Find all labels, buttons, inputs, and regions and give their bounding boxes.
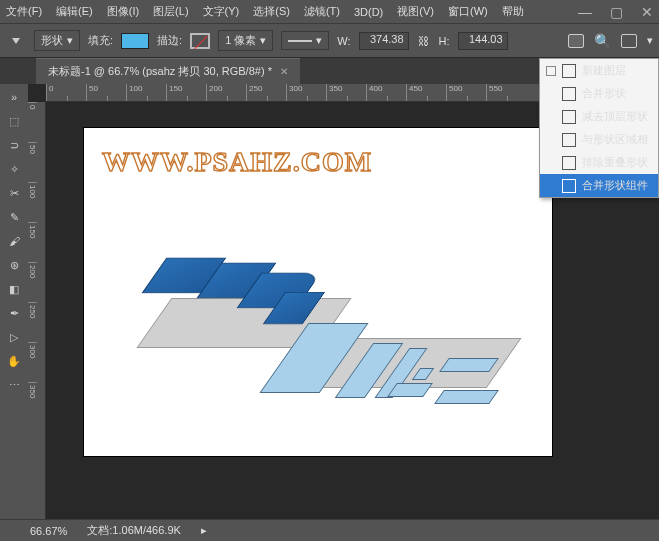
expand-icon[interactable]: » — [3, 86, 25, 108]
shape-mode-label: 形状 — [41, 33, 63, 48]
menu-exclude[interactable]: 排除重叠形状 — [540, 151, 658, 174]
stamp-tool-icon[interactable]: ⊛ — [3, 254, 25, 276]
menu-view[interactable]: 视图(V) — [397, 4, 434, 19]
menu-help[interactable]: 帮助 — [502, 4, 524, 19]
artwork-3d — [124, 228, 514, 438]
search-icon[interactable]: 🔍 — [594, 33, 611, 49]
menu-3d[interactable]: 3D(D) — [354, 6, 383, 18]
path-select-tool-icon[interactable]: ▷ — [3, 326, 25, 348]
eyedropper-tool-icon[interactable]: ✎ — [3, 206, 25, 228]
tab-title: 未标题-1 @ 66.7% (psahz 拷贝 30, RGB/8#) * — [48, 64, 272, 79]
menu-item-label: 合并形状 — [582, 86, 626, 101]
stroke-width-value: 1 像素 — [225, 33, 256, 48]
minimize-icon[interactable]: — — [578, 4, 592, 20]
crop-tool-icon[interactable]: ✂ — [3, 182, 25, 204]
ruler-tick: 350 — [28, 382, 37, 422]
zoom-level[interactable]: 66.67% — [30, 525, 67, 537]
combine-icon — [562, 87, 576, 101]
chevron-down-icon: ▾ — [260, 34, 266, 47]
menu-merge-components[interactable]: 合并形状组件 — [540, 174, 658, 197]
wand-tool-icon[interactable]: ✧ — [3, 158, 25, 180]
ruler-tick: 250 — [246, 84, 286, 101]
toolbox: » ⬚ ⊃ ✧ ✂ ✎ 🖌 ⊛ ◧ ✒ ▷ ✋ ⋯ — [0, 84, 28, 519]
brush-tool-icon[interactable]: 🖌 — [3, 230, 25, 252]
checkbox-icon — [546, 66, 556, 76]
ruler-tick: 50 — [86, 84, 126, 101]
align-button[interactable] — [621, 34, 637, 48]
maximize-icon[interactable]: ▢ — [610, 4, 623, 20]
menu-select[interactable]: 选择(S) — [253, 4, 290, 19]
merge-icon — [562, 179, 576, 193]
ruler-tick: 500 — [446, 84, 486, 101]
status-chevron-icon[interactable]: ▸ — [201, 524, 207, 537]
ruler-tick: 550 — [486, 84, 526, 101]
height-input[interactable]: 144.03 — [458, 32, 508, 50]
stroke-width-dropdown[interactable]: 1 像素▾ — [218, 30, 273, 51]
chevron-down-icon[interactable]: ▾ — [647, 34, 653, 47]
ruler-tick: 150 — [166, 84, 206, 101]
options-bar: 形状▾ 填充: 描边: 1 像素▾ ▾ W: 374.38 ⛓ H: 144.0… — [0, 24, 659, 58]
path-ops-button[interactable] — [568, 34, 584, 48]
ruler-tick: 200 — [28, 262, 37, 302]
tab-close-icon[interactable]: ✕ — [280, 66, 288, 77]
marquee-tool-icon[interactable]: ⬚ — [3, 110, 25, 132]
ruler-tick: 300 — [28, 342, 37, 382]
eraser-tool-icon[interactable]: ◧ — [3, 278, 25, 300]
ruler-tick: 0 — [28, 102, 37, 142]
height-label: H: — [439, 35, 450, 47]
tool-preset-icon[interactable] — [6, 31, 26, 51]
menu-intersect[interactable]: 与形状区域相 — [540, 128, 658, 151]
menu-bar: 文件(F) 编辑(E) 图像(I) 图层(L) 文字(Y) 选择(S) 滤镜(T… — [0, 0, 659, 24]
menu-filter[interactable]: 滤镜(T) — [304, 4, 340, 19]
menu-new-layer[interactable]: 新建图层 — [540, 59, 658, 82]
canvas[interactable]: WWW.PSAHZ.COM — [84, 128, 552, 456]
stroke-style-dropdown[interactable]: ▾ — [281, 31, 329, 50]
line-icon — [288, 40, 312, 42]
menu-subtract[interactable]: 减去顶层形状 — [540, 105, 658, 128]
menu-window[interactable]: 窗口(W) — [448, 4, 488, 19]
fill-label: 填充: — [88, 33, 113, 48]
document-tab[interactable]: 未标题-1 @ 66.7% (psahz 拷贝 30, RGB/8#) * ✕ — [36, 58, 300, 84]
shape-mode-dropdown[interactable]: 形状▾ — [34, 30, 80, 51]
fill-swatch[interactable] — [121, 33, 149, 49]
width-label: W: — [337, 35, 350, 47]
ruler-tick: 350 — [326, 84, 366, 101]
menu-item-label: 排除重叠形状 — [582, 155, 648, 170]
menu-type[interactable]: 文字(Y) — [203, 4, 240, 19]
stroke-label: 描边: — [157, 33, 182, 48]
watermark-text: WWW.PSAHZ.COM — [102, 146, 372, 178]
intersect-icon — [562, 133, 576, 147]
ruler-tick: 400 — [366, 84, 406, 101]
width-input[interactable]: 374.38 — [359, 32, 409, 50]
ruler-tick: 250 — [28, 302, 37, 342]
subtract-icon — [562, 110, 576, 124]
menu-file[interactable]: 文件(F) — [6, 4, 42, 19]
menu-image[interactable]: 图像(I) — [107, 4, 139, 19]
stroke-swatch[interactable] — [190, 33, 210, 49]
menu-layer[interactable]: 图层(L) — [153, 4, 188, 19]
menu-item-label: 减去顶层形状 — [582, 109, 648, 124]
lasso-tool-icon[interactable]: ⊃ — [3, 134, 25, 156]
more-tools-icon[interactable]: ⋯ — [3, 374, 25, 396]
menu-item-label: 合并形状组件 — [582, 178, 648, 193]
pen-tool-icon[interactable]: ✒ — [3, 302, 25, 324]
chevron-down-icon: ▾ — [67, 34, 73, 47]
menu-combine[interactable]: 合并形状 — [540, 82, 658, 105]
window-controls: — ▢ ✕ — [578, 0, 653, 24]
new-layer-icon — [562, 64, 576, 78]
menu-item-label: 新建图层 — [582, 63, 626, 78]
ruler-tick: 450 — [406, 84, 446, 101]
exclude-icon — [562, 156, 576, 170]
link-icon[interactable]: ⛓ — [417, 35, 431, 47]
status-bar: 66.67% 文档:1.06M/466.9K ▸ — [0, 519, 659, 541]
menu-edit[interactable]: 编辑(E) — [56, 4, 93, 19]
vertical-ruler[interactable]: 0 50 100 150 200 250 300 350 — [28, 102, 46, 519]
ruler-tick: 100 — [28, 182, 37, 222]
ruler-tick: 150 — [28, 222, 37, 262]
doc-size[interactable]: 文档:1.06M/466.9K — [87, 523, 181, 538]
ruler-tick: 200 — [206, 84, 246, 101]
ruler-tick: 300 — [286, 84, 326, 101]
hand-tool-icon[interactable]: ✋ — [3, 350, 25, 372]
ruler-tick: 50 — [28, 142, 37, 182]
close-icon[interactable]: ✕ — [641, 4, 653, 20]
